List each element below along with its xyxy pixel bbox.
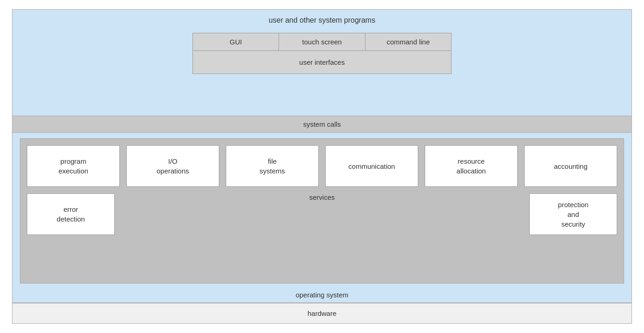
gui-tab: GUI — [193, 33, 279, 50]
os-row: programexecution I/Ooperations filesyste… — [12, 133, 632, 303]
service-program-execution: programexecution — [27, 145, 120, 187]
command-line-tab: command line — [365, 33, 451, 50]
hardware-row: hardware — [12, 303, 632, 323]
service-io-operations: I/Ooperations — [126, 145, 219, 187]
service-communication: communication — [325, 145, 418, 187]
touch-screen-tab: touch screen — [279, 33, 365, 50]
user-interfaces-label: user interfaces — [193, 51, 451, 74]
service-protection-security: protectionandsecurity — [529, 193, 617, 235]
services-label: services — [121, 193, 523, 201]
user-programs-label: user and other system programs — [269, 16, 375, 25]
services-container: programexecution I/Ooperations filesyste… — [20, 138, 624, 284]
system-calls-label: system calls — [303, 120, 341, 128]
os-label: operating system — [12, 287, 632, 302]
os-diagram: user and other system programs GUI touch… — [12, 9, 632, 324]
service-accounting: accounting — [524, 145, 617, 187]
service-resource-allocation: resourceallocation — [425, 145, 518, 187]
service-error-detection: errordetection — [27, 193, 115, 235]
ui-tabs: GUI touch screen command line — [193, 33, 451, 51]
services-bottom-row: errordetection services protectionandsec… — [27, 193, 617, 235]
system-calls-row: system calls — [12, 116, 632, 133]
service-file-systems: filesystems — [226, 145, 319, 187]
hardware-label: hardware — [308, 309, 337, 317]
user-programs-row: user and other system programs GUI touch… — [12, 10, 632, 116]
services-top-row: programexecution I/Ooperations filesyste… — [27, 145, 617, 187]
user-interfaces-box: GUI touch screen command line user inter… — [192, 33, 452, 74]
